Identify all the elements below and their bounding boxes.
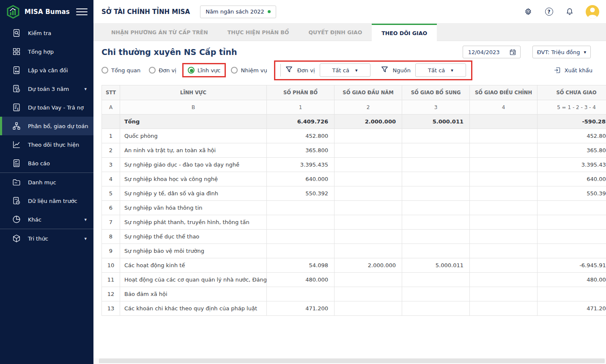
radio-don-vi[interactable]: Đơn vị	[149, 67, 176, 74]
table-cell	[402, 201, 470, 215]
source-filter-label: Nguồn	[393, 67, 411, 74]
table-cell	[470, 143, 537, 158]
budget-year-button[interactable]: Năm ngân sách 2022	[200, 5, 276, 18]
tab-theo-doi-giao[interactable]: THEO DÕI GIAO	[372, 24, 437, 41]
table-cell: 54.098	[267, 258, 335, 273]
hamburger-menu-icon[interactable]	[76, 5, 88, 19]
table-total-cell: 2.000.000	[335, 115, 402, 129]
app-window: MISA Bumas Kiểm tra Tổng hợp Lập và cân …	[0, 0, 606, 364]
table-cell: 1	[102, 129, 120, 143]
table-cell	[335, 172, 402, 186]
topbar: SỞ TÀI CHÍNH TỈNH MISA Năm ngân sách 202…	[93, 0, 606, 24]
sidebar-item-theo-doi-thuc-hien[interactable]: Theo dõi thực hiện	[0, 135, 93, 154]
tab-nhan-phuong-an[interactable]: NHẬN PHƯƠNG ÁN TỪ CẤP TRÊN	[101, 24, 218, 41]
sidebar-item-danh-muc[interactable]: Danh mục	[0, 173, 93, 192]
sidebar-item-label: Khác	[28, 216, 41, 223]
table-cell	[402, 244, 470, 258]
table-subheader-cell: 3	[402, 100, 470, 115]
table-cell: 3.395.435	[537, 158, 606, 172]
table-cell: Sự nghiệp khoa học và công nghệ	[120, 172, 267, 186]
sidebar-item-phan-bo-giao-du-toan[interactable]: Phân bổ, giao dự toán	[0, 117, 93, 135]
avatar[interactable]	[586, 5, 599, 19]
table-cell	[335, 186, 402, 201]
radio-tong-quan[interactable]: Tổng quan	[101, 67, 140, 74]
sidebar-item-khac[interactable]: Khác ▾	[0, 210, 93, 229]
sidebar: MISA Bumas Kiểm tra Tổng hợp Lập và cân …	[0, 0, 93, 364]
source-filter-select[interactable]: Tất cả ▾	[415, 63, 466, 77]
radio-linh-vuc[interactable]: Lĩnh vực	[188, 67, 221, 74]
table-row: 10Các hoạt động kinh tế54.0982.000.0005.…	[102, 258, 606, 273]
sidebar-item-tri-thuc[interactable]: Tri thức ▾	[0, 229, 93, 248]
radio-circle	[101, 67, 108, 74]
document-history-icon	[12, 196, 21, 205]
table-cell	[470, 158, 537, 172]
gear-icon[interactable]	[524, 7, 533, 16]
chevron-down-icon: ▾	[451, 68, 453, 73]
sidebar-item-du-lieu-nam-truoc[interactable]: Dữ liệu năm trước	[0, 192, 93, 210]
table-cell: 2	[102, 143, 120, 158]
tab-thuc-hien-phan-bo[interactable]: THỰC HIỆN PHÂN BỔ	[218, 24, 299, 41]
topbar-actions: ?	[524, 5, 599, 19]
chevron-down-icon: ▾	[84, 217, 87, 222]
table-subheader-cell: 1	[267, 100, 335, 115]
sidebar-item-lap-va-can-doi[interactable]: Lập và cân đối	[0, 61, 93, 79]
table-cell	[335, 230, 402, 244]
chevron-down-icon: ▾	[84, 86, 87, 92]
table-wrapper: STTLĨNH VỰCSỐ PHÂN BỔSỐ GIAO ĐẦU NĂMSỐ G…	[101, 85, 606, 316]
search-document-icon	[12, 28, 21, 38]
table-subheader-cell: 5 = 1 - 2 - 3 - 4	[537, 100, 606, 115]
sidebar-item-label: Tổng hợp	[28, 49, 54, 55]
brand-name: MISA Bumas	[25, 8, 70, 16]
table-cell	[267, 244, 335, 258]
table-total-cell: 6.409.726	[267, 115, 335, 129]
sidebar-item-bao-cao[interactable]: Báo cáo	[0, 154, 93, 172]
table-cell	[402, 230, 470, 244]
table-cell	[335, 201, 402, 215]
table-cell: 452.800	[537, 129, 606, 143]
sidebar-item-label: Danh mục	[28, 179, 56, 186]
org-title: SỞ TÀI CHÍNH TỈNH MISA	[101, 8, 190, 16]
help-icon[interactable]: ?	[544, 7, 554, 16]
sidebar-item-label: Dự toán Vay - Trả nợ	[28, 104, 84, 111]
table-header-cell: SỐ GIAO ĐẦU NĂM	[335, 85, 402, 100]
table-cell: Các hoạt động kinh tế	[120, 258, 267, 273]
filter-funnel-icon	[381, 66, 388, 75]
table-cell: Quốc phòng	[120, 129, 267, 143]
radio-nhiem-vu[interactable]: Nhiệm vụ	[231, 67, 267, 74]
page-title: Chi thường xuyên NS Cấp tỉnh	[101, 47, 237, 57]
bell-icon[interactable]	[565, 7, 574, 16]
table-cell: 3	[102, 158, 120, 172]
table-cell	[537, 215, 606, 230]
chevron-down-icon: ▾	[84, 236, 87, 241]
table-cell	[470, 186, 537, 201]
export-button[interactable]: Xuất khẩu	[554, 66, 592, 74]
table-cell: 640.000	[537, 172, 606, 186]
unit-dropdown[interactable]: ĐVT: Triệu đồng ▾	[532, 46, 591, 58]
table-row: 8Sự nghiệp thể dục thể thao	[102, 230, 606, 244]
unit-filter-label: Đơn vị	[297, 67, 315, 74]
table-cell	[335, 301, 402, 316]
table-cell	[470, 215, 537, 230]
sidebar-item-du-toan-3-nam[interactable]: 3 Dự toán 3 năm ▾	[0, 79, 93, 98]
unit-filter-select[interactable]: Tất cả ▾	[320, 63, 370, 77]
sidebar-item-label: Tri thức	[28, 235, 48, 242]
tab-quyet-dinh-giao[interactable]: QUYẾT ĐỊNH GIAO	[299, 24, 372, 41]
date-picker[interactable]: 12/04/2023	[463, 46, 521, 58]
sidebar-item-tong-hop[interactable]: Tổng hợp	[0, 42, 93, 61]
sidebar-header: MISA Bumas	[0, 0, 93, 24]
radio-label: Nhiệm vụ	[241, 67, 267, 74]
divider	[280, 64, 281, 77]
sidebar-item-kiem-tra[interactable]: Kiểm tra	[0, 24, 93, 42]
table-cell	[335, 143, 402, 158]
table-cell: 452.800	[267, 129, 335, 143]
table-cell	[402, 273, 470, 287]
document-3-year-icon: 3	[12, 84, 21, 93]
sidebar-item-du-toan-vay-tra-no[interactable]: $ Dự toán Vay - Trả nợ	[0, 98, 93, 117]
report-icon	[12, 159, 21, 168]
table-cell	[537, 244, 606, 258]
horizontal-scrollbar[interactable]	[93, 358, 606, 364]
scrollbar-thumb[interactable]	[99, 359, 605, 363]
table-total-cell: -590.285	[537, 115, 606, 129]
table-subheader-cell: A	[102, 100, 120, 115]
table-cell: Sự nghiệp phát thanh, truyền hình, thông…	[120, 215, 267, 230]
